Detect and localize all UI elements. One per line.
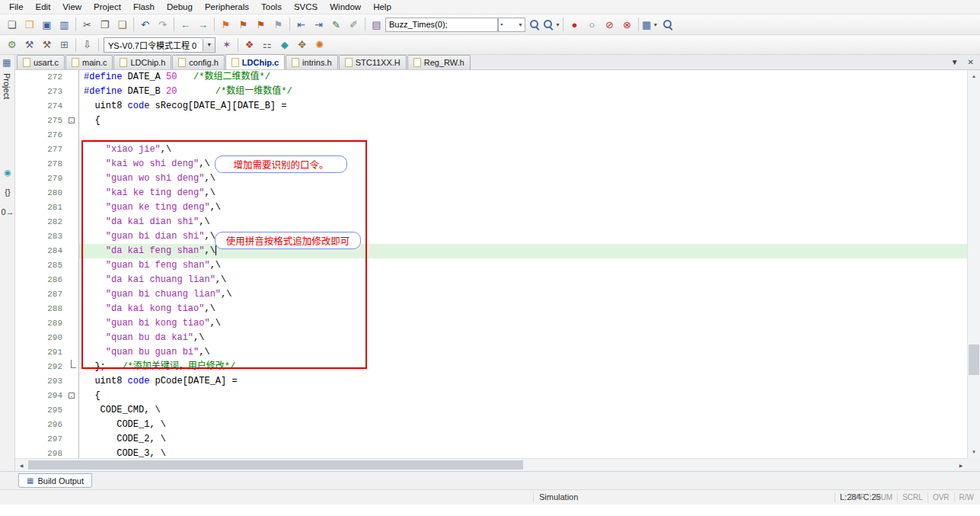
- kill-all-breakpoints-icon[interactable]: ⊗: [618, 17, 636, 32]
- code-text[interactable]: "quan bu da kai",\: [79, 331, 967, 345]
- code-text[interactable]: uint8 code pCode[DATE_A] =: [79, 374, 967, 389]
- cut-icon[interactable]: ✂: [78, 17, 96, 32]
- horizontal-scroll-thumb[interactable]: [28, 460, 523, 470]
- code-text[interactable]: "da kai feng shan",\: [79, 244, 967, 258]
- code-text[interactable]: uint8 code sRecog[DATE_A][DATE_B] =: [79, 99, 967, 114]
- scroll-left-icon[interactable]: ◀: [15, 459, 27, 471]
- chevron-down-icon[interactable]: ▼: [203, 39, 215, 51]
- find-text-field[interactable]: Buzz_Times(0);: [385, 18, 498, 32]
- find-icon[interactable]: ▼: [543, 17, 560, 32]
- horizontal-scrollbar[interactable]: ◀ ▶: [15, 458, 967, 471]
- bookmark-clear-icon[interactable]: ⚑: [270, 17, 287, 32]
- code-line-288[interactable]: 288 "da kai kong tiao",\: [15, 302, 967, 316]
- batch-build-icon[interactable]: ⊞: [56, 37, 73, 53]
- code-text[interactable]: "guan ke ting deng",\: [79, 200, 967, 215]
- code-line-289[interactable]: 289 "guan bi kong tiao",\: [15, 316, 967, 331]
- fold-margin[interactable]: -: [67, 389, 79, 403]
- code-text[interactable]: #define DATE_A 50 /*数组二维数值*/: [79, 70, 967, 85]
- outdent-icon[interactable]: ⇤: [292, 17, 310, 32]
- code-line-286[interactable]: 286 "da kai chuang lian",\: [15, 273, 967, 287]
- menu-file[interactable]: File: [3, 1, 30, 13]
- menu-svcs[interactable]: SVCS: [288, 1, 324, 13]
- tab-config-h[interactable]: config.h: [172, 55, 225, 69]
- code-text[interactable]: #define DATE_B 20 /*数组一维数值*/: [79, 85, 967, 99]
- save-all-icon[interactable]: ▥: [56, 17, 73, 32]
- code-line-273[interactable]: 273#define DATE_B 20 /*数组一维数值*/: [15, 85, 967, 99]
- manage-project-items-icon[interactable]: ❖: [241, 37, 258, 53]
- navigate-forward-icon[interactable]: →: [194, 17, 212, 32]
- scroll-up-icon[interactable]: ▲: [968, 70, 980, 82]
- uncomment-icon[interactable]: ✐: [345, 17, 362, 32]
- bookmark-next-icon[interactable]: ⚑: [252, 17, 270, 32]
- code-line-293[interactable]: 293 uint8 code pCode[DATE_A] =: [15, 374, 967, 389]
- new-file-icon[interactable]: ❏: [3, 17, 21, 32]
- redo-icon[interactable]: ↷: [154, 17, 171, 32]
- bookmark-prev-icon[interactable]: ⚑: [235, 17, 252, 32]
- books-window-icon[interactable]: ◆: [276, 37, 293, 53]
- disable-all-breakpoints-icon[interactable]: ⊘: [601, 17, 618, 32]
- code-line-297[interactable]: 297 CODE_2, \: [15, 432, 967, 447]
- code-text[interactable]: {: [79, 389, 967, 403]
- menu-view[interactable]: View: [56, 1, 88, 13]
- code-line-280[interactable]: 280 "kai ke ting deng",\: [15, 186, 967, 200]
- tab-build-output[interactable]: ▦ Build Output: [18, 473, 92, 488]
- target-select[interactable]: YS-V0.7口令模式工程 0▼: [104, 37, 215, 53]
- project-pane-icon[interactable]: ▦: [2, 57, 11, 68]
- tab-main-c[interactable]: main.c: [65, 55, 113, 69]
- scroll-down-icon[interactable]: ▼: [968, 446, 980, 458]
- rebuild-icon[interactable]: ⚒: [38, 37, 56, 53]
- code-text[interactable]: "quan bu guan bi",\: [79, 345, 967, 360]
- menu-tools[interactable]: Tools: [255, 1, 288, 13]
- insert-breakpoint-icon[interactable]: ●: [566, 17, 583, 32]
- templates-icon[interactable]: 0→: [1, 207, 14, 217]
- code-text[interactable]: "kai wo shi deng",\: [79, 157, 967, 171]
- code-text[interactable]: {: [79, 114, 967, 128]
- vertical-scroll-thumb[interactable]: [969, 345, 979, 375]
- code-text[interactable]: CODE_2, \: [79, 432, 967, 447]
- code-text[interactable]: }; /*添加关键词，用户修改*/: [79, 360, 967, 374]
- code-line-281[interactable]: 281 "guan ke ting deng",\: [15, 200, 967, 215]
- code-line-296[interactable]: 296 CODE_1, \: [15, 418, 967, 432]
- code-line-292[interactable]: 292 }; /*添加关键词，用户修改*/: [15, 360, 967, 374]
- code-line-298[interactable]: 298 CODE_3, \: [15, 447, 967, 458]
- code-line-284[interactable]: 284 "da kai feng shan",\: [15, 244, 967, 258]
- scroll-right-icon[interactable]: ▶: [955, 459, 967, 471]
- code-text[interactable]: "guan bi chuang lian",\: [79, 287, 967, 302]
- code-editor[interactable]: 272#define DATE_A 50 /*数组二维数值*/273#defin…: [15, 70, 980, 471]
- translate-file-icon[interactable]: ⚙: [3, 37, 21, 53]
- code-text[interactable]: "xiao jie",\: [79, 143, 967, 157]
- books-icon[interactable]: ◉: [4, 168, 11, 178]
- tab-stc11xx-h[interactable]: STC11XX.H: [339, 55, 407, 69]
- code-line-283[interactable]: 283 "guan bi dian shi",\: [15, 229, 967, 244]
- code-text[interactable]: "da kai chuang lian",\: [79, 273, 967, 287]
- navigate-back-icon[interactable]: ←: [177, 17, 194, 32]
- code-text[interactable]: "guan bi feng shan",\: [79, 258, 967, 273]
- paste-icon[interactable]: ❑: [113, 17, 131, 32]
- menu-debug[interactable]: Debug: [161, 1, 199, 13]
- tab-list-dropdown-icon[interactable]: ▼: [951, 58, 959, 66]
- comment-icon[interactable]: ✎: [327, 17, 345, 32]
- code-text[interactable]: "guan bi dian shi",\: [79, 229, 967, 244]
- enable-breakpoint-icon[interactable]: ○: [583, 17, 601, 32]
- code-line-282[interactable]: 282 "da kai dian shi",\: [15, 215, 967, 229]
- menu-peripherals[interactable]: Peripherals: [199, 1, 255, 13]
- code-text[interactable]: "da kai dian shi",\: [79, 215, 967, 229]
- menu-project[interactable]: Project: [88, 1, 127, 13]
- indent-icon[interactable]: ⇥: [310, 17, 327, 32]
- project-dock-label[interactable]: Project: [2, 73, 11, 99]
- code-line-290[interactable]: 290 "quan bu da kai",\: [15, 331, 967, 345]
- code-line-291[interactable]: 291 "quan bu guan bi",\: [15, 345, 967, 360]
- pack-installer-icon[interactable]: ✺: [311, 37, 328, 53]
- code-line-274[interactable]: 274 uint8 code sRecog[DATE_A][DATE_B] =: [15, 99, 967, 114]
- fold-collapse-icon[interactable]: -: [69, 393, 75, 399]
- code-line-272[interactable]: 272#define DATE_A 50 /*数组二维数值*/: [15, 70, 967, 85]
- file-extensions-icon[interactable]: ⚏: [258, 37, 276, 53]
- memory-windows-icon[interactable]: ▦▼: [641, 17, 659, 32]
- code-text[interactable]: "kai ke ting deng",\: [79, 186, 967, 200]
- code-text[interactable]: CODE_3, \: [79, 447, 967, 458]
- fold-collapse-icon[interactable]: -: [69, 117, 75, 123]
- code-text[interactable]: [79, 128, 967, 143]
- code-line-295[interactable]: 295 CODE_CMD, \: [15, 403, 967, 418]
- code-line-279[interactable]: 279 "guan wo shi deng",\: [15, 171, 967, 186]
- code-text[interactable]: "guan wo shi deng",\: [79, 171, 967, 186]
